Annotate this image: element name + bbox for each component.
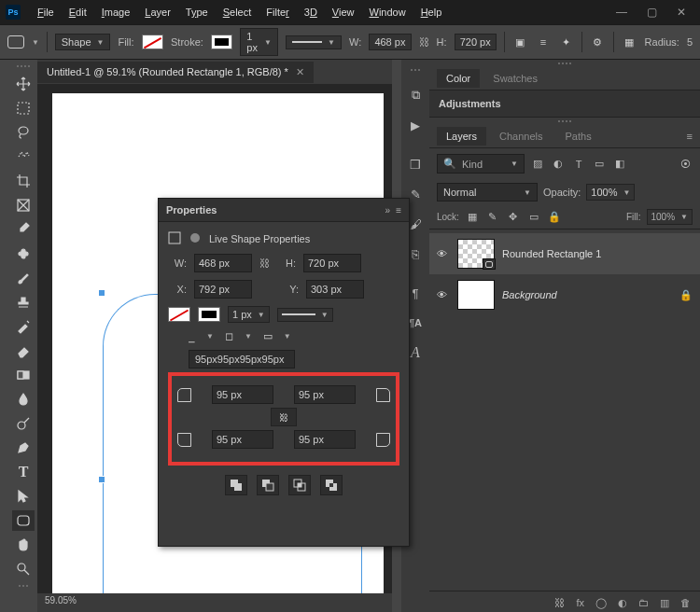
lock-all-icon[interactable]: 🔒 [547,210,562,225]
prop-x-input[interactable] [194,280,252,299]
layer-thumbnail[interactable] [457,239,495,269]
minimize-button[interactable]: — [609,3,635,21]
gear-icon[interactable]: ⚙ [590,32,606,52]
menu-window[interactable]: Window [362,3,413,21]
palette-grip-icon[interactable] [15,65,32,70]
lock-icon[interactable]: 🔒 [679,289,693,301]
path-select-tool-icon[interactable] [12,486,35,507]
tool-preset-chevron-icon[interactable]: ▼ [32,38,39,47]
quick-select-tool-icon[interactable] [12,146,35,167]
delete-layer-icon[interactable]: 🗑 [680,597,691,608]
visibility-icon[interactable]: 👁 [437,248,450,259]
adjustments-header[interactable]: Adjustments [429,90,700,118]
prop-height-input[interactable] [303,254,361,272]
path-arrange-icon[interactable]: ✦ [558,32,574,52]
menu-3d[interactable]: 3D [297,3,325,21]
mask-icon[interactable]: ◯ [595,597,607,609]
adjustment-layer-icon[interactable]: ◐ [618,597,627,609]
tab-color[interactable]: Color [437,69,480,88]
menu-image[interactable]: Image [94,3,138,21]
prop-stroke-style[interactable]: ▼ [277,308,333,322]
blend-mode-select[interactable]: Normal▼ [437,183,538,202]
eyedropper-tool-icon[interactable] [12,219,35,240]
group-icon[interactable]: 🗀 [638,597,649,608]
combine-icon[interactable] [225,475,247,495]
intersect-icon[interactable] [288,475,311,495]
marquee-tool-icon[interactable] [12,98,35,118]
layer-thumbnail[interactable] [457,280,495,310]
healing-tool-icon[interactable] [12,243,35,264]
tab-channels[interactable]: Channels [490,127,552,146]
maximize-button[interactable]: ▢ [638,3,665,21]
handle-top-left[interactable] [98,289,105,297]
corner-tr-input[interactable] [294,385,356,404]
menu-layer[interactable]: Layer [137,3,178,21]
prop-width-input[interactable] [194,254,252,272]
link-wh-icon[interactable]: ⛓ [419,36,429,48]
layer-name[interactable]: Rounded Rectangle 1 [502,248,601,259]
menu-file[interactable]: File [30,3,62,21]
filter-toggle-icon[interactable]: ⦿ [678,157,693,172]
subtract-icon[interactable] [257,475,279,495]
stroke-width-input[interactable]: 1 px▼ [240,28,278,56]
move-tool-icon[interactable] [12,74,35,94]
fill-opacity-input[interactable]: 100%▼ [647,209,693,225]
actions-panel-icon[interactable]: ▶ [407,117,424,133]
rounded-rectangle-tool-icon[interactable] [12,510,35,531]
height-input[interactable]: 720 px [455,34,497,50]
history-brush-tool-icon[interactable] [12,316,35,337]
prop-y-input[interactable] [306,280,364,299]
fill-swatch[interactable] [142,35,163,49]
panel-menu-icon[interactable]: ≡ [687,131,700,142]
blur-tool-icon[interactable] [12,389,35,410]
layer-row[interactable]: 👁 Rounded Rectangle 1 [429,233,700,274]
stamp-tool-icon[interactable] [12,292,35,313]
layer-row[interactable]: 👁 Background 🔒 [429,274,700,315]
pen-tool-icon[interactable] [12,438,35,458]
lasso-tool-icon[interactable] [12,122,35,143]
new-layer-icon[interactable]: ▥ [660,597,669,609]
stroke-swatch[interactable] [211,35,232,49]
shape-mode-select[interactable]: Shape▼ [55,34,111,50]
radius-value[interactable]: 5 [687,36,693,48]
width-input[interactable]: 468 px [369,34,411,50]
menu-select[interactable]: Select [216,3,259,21]
gradient-tool-icon[interactable] [12,365,35,385]
tab-swatches[interactable]: Swatches [483,69,547,88]
rounded-rect-tool-icon[interactable] [7,32,24,52]
cap-chevron[interactable]: ▼ [206,332,214,341]
crop-tool-icon[interactable] [12,171,35,191]
menu-filter[interactable]: Filter [259,3,296,21]
filter-smart-icon[interactable]: ◧ [612,157,627,172]
lock-pixels-icon[interactable]: ▦ [465,210,480,225]
prop-fill-swatch[interactable] [168,307,190,322]
align-chevron[interactable]: ▼ [284,332,291,341]
close-tab-icon[interactable]: ✕ [296,66,304,78]
lock-position-icon[interactable]: ✥ [506,210,521,225]
lock-artboard-icon[interactable]: ▭ [526,210,541,225]
opacity-input[interactable]: 100%▼ [586,184,635,201]
close-button[interactable]: ✕ [668,3,694,21]
filter-pixel-icon[interactable]: ▨ [530,157,545,172]
visibility-icon[interactable]: 👁 [437,289,450,300]
zoom-tool-icon[interactable] [12,559,35,579]
corner-bl-input[interactable] [212,430,273,449]
exclude-icon[interactable] [320,475,343,495]
prop-stroke-swatch[interactable] [198,307,220,322]
corner-br-input[interactable] [294,430,356,449]
link-wh-prop-icon[interactable]: ⛓ [259,257,270,269]
frame-tool-icon[interactable] [12,195,35,216]
tab-layers[interactable]: Layers [437,127,486,146]
align-edges-icon[interactable]: ▦ [622,32,637,52]
tab-paths[interactable]: Paths [556,127,601,146]
history-panel-icon[interactable]: ⧉ [407,87,424,104]
menu-type[interactable]: Type [178,3,216,21]
eraser-tool-icon[interactable] [12,341,35,361]
layer-filter-select[interactable]: 🔍Kind▼ [437,154,525,174]
menu-help[interactable]: Help [413,3,450,21]
3d-panel-icon[interactable]: ❒ [407,156,424,173]
path-operations-icon[interactable]: ▣ [512,32,528,52]
align-stroke-icon[interactable]: ▭ [263,330,273,342]
corner-summary-input[interactable]: 95px95px95px95px [189,350,295,369]
path-align-icon[interactable]: ≡ [536,32,552,52]
